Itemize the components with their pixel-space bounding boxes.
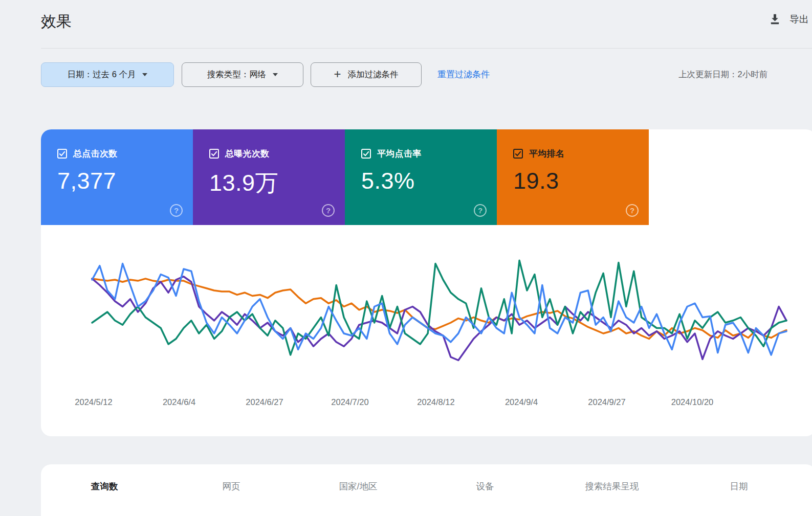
chevron-down-icon: [142, 73, 147, 76]
tab-dates[interactable]: 日期: [675, 480, 802, 492]
total-clicks-card[interactable]: 总点击次数 7,377 ?: [41, 129, 193, 225]
last-updated-text: 上次更新日期：2小时前: [678, 69, 767, 80]
tab-pages[interactable]: 网页: [168, 480, 295, 492]
x-axis-tick-label: 2024/10/20: [671, 397, 714, 407]
help-icon[interactable]: ?: [170, 204, 183, 217]
average-ctr-card[interactable]: 平均点击率 5.3% ?: [345, 129, 497, 225]
page-title: 效果: [41, 11, 72, 32]
chart-line: [92, 264, 786, 355]
tab-queries[interactable]: 查询数: [41, 480, 168, 492]
chevron-down-icon: [273, 73, 278, 76]
x-axis-tick-label: 2024/9/4: [505, 397, 538, 407]
plus-icon: +: [334, 68, 341, 80]
card-label: 总点击次数: [73, 148, 118, 160]
help-icon[interactable]: ?: [474, 204, 487, 217]
x-axis-tick-label: 2024/8/12: [417, 397, 454, 407]
export-label: 导出: [789, 13, 809, 26]
card-value: 19.3: [513, 168, 649, 194]
x-axis-tick-label: 2024/6/4: [163, 397, 195, 407]
performance-chart: 2024/5/122024/6/42024/6/272024/7/202024/…: [41, 225, 812, 436]
date-filter-label: 日期：过去 6 个月: [68, 69, 136, 80]
metric-cards: 总点击次数 7,377 ? 总曝光次数 13.9万 ? 平均点击率 5.3%: [41, 129, 649, 225]
card-label: 平均排名: [529, 148, 564, 160]
ctr-checkbox[interactable]: [361, 149, 371, 159]
download-icon: [768, 12, 782, 26]
x-axis-tick-label: 2024/7/20: [331, 397, 368, 407]
card-value: 5.3%: [361, 168, 497, 194]
search-type-filter-chip[interactable]: 搜索类型：网络: [182, 62, 303, 87]
average-position-card[interactable]: 平均排名 19.3 ?: [497, 129, 649, 225]
add-filter-chip[interactable]: + 添加过滤条件: [311, 62, 422, 87]
tab-devices[interactable]: 设备: [422, 480, 548, 492]
header-divider: [41, 48, 812, 49]
dimension-tabs: 查询数 网页 国家/地区 设备 搜索结果呈现 日期: [41, 464, 812, 492]
card-value: 7,377: [57, 168, 193, 194]
total-impressions-card[interactable]: 总曝光次数 13.9万 ?: [193, 129, 345, 225]
date-filter-chip[interactable]: 日期：过去 6 个月: [41, 62, 174, 87]
tab-search-appearance[interactable]: 搜索结果呈现: [548, 480, 675, 492]
help-icon[interactable]: ?: [322, 204, 335, 217]
chart-line: [92, 260, 786, 355]
performance-panel: 总点击次数 7,377 ? 总曝光次数 13.9万 ? 平均点击率 5.3%: [41, 129, 812, 436]
help-icon[interactable]: ?: [626, 204, 639, 217]
add-filter-label: 添加过滤条件: [348, 69, 399, 80]
dimension-tabs-panel: 查询数 网页 国家/地区 设备 搜索结果呈现 日期: [41, 464, 812, 516]
x-axis-tick-label: 2024/9/27: [588, 397, 625, 407]
search-type-label: 搜索类型：网络: [207, 69, 267, 80]
card-value: 13.9万: [209, 168, 345, 198]
card-label: 平均点击率: [377, 148, 422, 160]
tab-countries[interactable]: 国家/地区: [295, 480, 422, 492]
card-label: 总曝光次数: [225, 148, 270, 160]
x-axis-tick-label: 2024/5/12: [75, 397, 112, 407]
clicks-checkbox[interactable]: [57, 149, 67, 159]
position-checkbox[interactable]: [513, 149, 523, 159]
x-axis-tick-label: 2024/6/27: [246, 397, 283, 407]
export-button[interactable]: 导出: [768, 12, 809, 26]
impressions-checkbox[interactable]: [209, 149, 219, 159]
reset-filters-link[interactable]: 重置过滤条件: [437, 69, 490, 80]
